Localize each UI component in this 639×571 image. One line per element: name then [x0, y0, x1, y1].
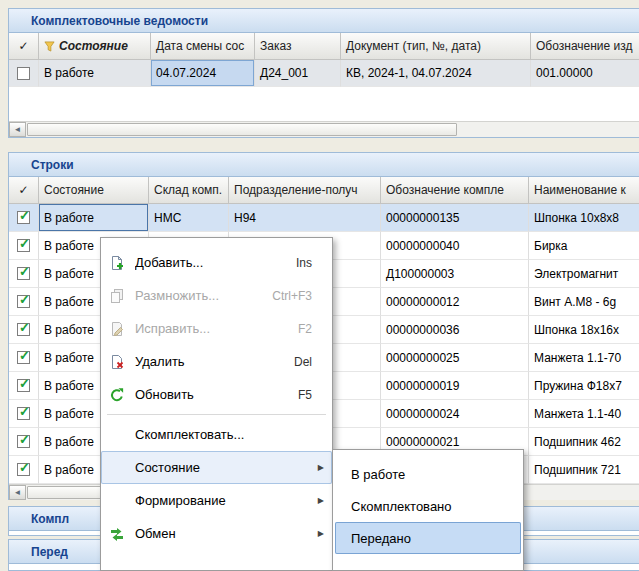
menu-item-state[interactable]: Состояние ▶	[101, 451, 332, 484]
row-checkbox[interactable]	[17, 267, 30, 280]
row-check-cell[interactable]	[9, 316, 39, 344]
cell-name[interactable]: Подшипник 462	[529, 428, 639, 456]
panel-stroki-header[interactable]: Строки	[9, 153, 639, 177]
cell-name[interactable]: Винт А.М8 - 6g	[529, 288, 639, 316]
menu-item-label: Добавить...	[135, 255, 296, 270]
column-header-department[interactable]: Подразделение-получ	[229, 177, 381, 204]
scroll-left-button[interactable]: ◄	[9, 122, 26, 137]
row-checkbox[interactable]	[17, 351, 30, 364]
column-header-order[interactable]: Заказ	[255, 33, 341, 60]
menu-item-shortcut: Ins	[296, 256, 312, 270]
column-header-state[interactable]: Состояние	[39, 177, 149, 204]
row-check-cell[interactable]	[9, 456, 39, 484]
row-checkbox[interactable]	[17, 463, 30, 476]
row-check-cell[interactable]	[9, 60, 39, 87]
menu-item-shortcut: Ctrl+F3	[272, 289, 312, 303]
row-check-cell[interactable]	[9, 204, 39, 232]
cell-name[interactable]: Манжета 1.1-70	[529, 344, 639, 372]
cell-designation[interactable]: 001.00000	[531, 60, 639, 87]
column-header-name[interactable]: Наименование к	[529, 177, 639, 204]
panel-vedomosti-header[interactable]: Комплектовочные ведомости	[9, 9, 639, 33]
menu-item-assemble[interactable]: Скомплектовать...	[101, 418, 332, 451]
submenu-item-assembled[interactable]: Скомплектовано	[333, 490, 523, 522]
row-checkbox[interactable]	[17, 67, 30, 80]
panel-vedomosti: Комплектовочные ведомости ✓ Состояние Да…	[8, 8, 639, 138]
cell-document[interactable]: КВ, 2024-1, 04.07.2024	[341, 60, 531, 87]
table-row[interactable]: В работе НМС Н94 00000000135 Шпонка 10х8…	[9, 204, 639, 232]
row-checkbox[interactable]	[17, 211, 30, 224]
cell-order[interactable]: Д24_001	[255, 60, 341, 87]
refresh-icon	[105, 385, 129, 405]
blank-icon	[105, 425, 129, 445]
submenu-item-transferred[interactable]: Передано	[335, 522, 521, 554]
duplicate-document-icon	[105, 286, 129, 306]
cell-name[interactable]: Подшипник 721	[529, 456, 639, 484]
column-header-check[interactable]: ✓	[9, 177, 39, 204]
menu-item-exchange[interactable]: Обмен ▶	[101, 517, 332, 550]
cell-code[interactable]: 00000000025	[381, 344, 529, 372]
cell-name[interactable]: Шпонка 18х16х	[529, 316, 639, 344]
menu-item-label: Обновить	[135, 387, 298, 402]
cell-code[interactable]: 00000000012	[381, 288, 529, 316]
row-check-cell[interactable]	[9, 232, 39, 260]
menu-item-delete[interactable]: Удалить Del	[101, 345, 332, 378]
row-check-cell[interactable]	[9, 400, 39, 428]
add-document-icon	[105, 253, 129, 273]
row-check-cell[interactable]	[9, 428, 39, 456]
scrollbar-thumb[interactable]	[27, 123, 457, 136]
cell-code[interactable]: 00000000019	[381, 372, 529, 400]
cell-state[interactable]: В работе	[39, 60, 151, 87]
row-check-cell[interactable]	[9, 344, 39, 372]
row-check-cell[interactable]	[9, 372, 39, 400]
app-window: { "colors": { "panel_title": "#17448f", …	[0, 0, 639, 571]
cell-state[interactable]: В работе	[39, 204, 149, 232]
row-checkbox[interactable]	[17, 435, 30, 448]
column-header-warehouse[interactable]: Склад комп.	[149, 177, 229, 204]
row-checkbox[interactable]	[17, 407, 30, 420]
blank-icon	[105, 491, 129, 511]
row-checkbox[interactable]	[17, 379, 30, 392]
column-header-check[interactable]: ✓	[9, 33, 39, 60]
cell-name[interactable]: Бирка	[529, 232, 639, 260]
cell-code[interactable]: 00000000036	[381, 316, 529, 344]
menu-item-label: Состояние	[135, 460, 318, 475]
menu-item-refresh[interactable]: Обновить F5	[101, 378, 332, 411]
cell-code[interactable]: 00000000024	[381, 400, 529, 428]
horizontal-scrollbar[interactable]: ◄	[9, 121, 639, 137]
menu-item-duplicate[interactable]: Размножить... Ctrl+F3	[101, 279, 332, 312]
scroll-left-icon: ◄	[14, 488, 22, 497]
cell-name[interactable]: Электромагнит	[529, 260, 639, 288]
menu-item-label: Обмен	[135, 526, 318, 541]
menu-item-shortcut: Del	[294, 355, 312, 369]
cell-warehouse[interactable]: НМС	[149, 204, 229, 232]
cell-code[interactable]: 00000000135	[381, 204, 529, 232]
row-check-cell[interactable]	[9, 260, 39, 288]
submenu-item-label: Скомплектовано	[351, 499, 452, 514]
column-header-date[interactable]: Дата смены сос	[151, 33, 255, 60]
cell-name[interactable]: Шпонка 10х8х8	[529, 204, 639, 232]
cell-department[interactable]: Н94	[229, 204, 381, 232]
row-checkbox[interactable]	[17, 323, 30, 336]
menu-item-formation[interactable]: Формирование ▶	[101, 484, 332, 517]
cell-date[interactable]: 04.07.2024	[151, 60, 255, 87]
cell-code[interactable]: 00000000040	[381, 232, 529, 260]
menu-item-shortcut: F2	[298, 322, 312, 336]
column-header-designation[interactable]: Обозначение изд	[531, 33, 639, 60]
submenu-item-in-work[interactable]: В работе	[333, 458, 523, 490]
cell-name[interactable]: Манжета 1.1-40	[529, 400, 639, 428]
menu-separator	[107, 414, 326, 415]
cell-name[interactable]: Пружина Ф18х7	[529, 372, 639, 400]
column-header-state[interactable]: Состояние	[39, 33, 151, 60]
column-header-code[interactable]: Обозначение компле	[381, 177, 529, 204]
table-row[interactable]: В работе 04.07.2024 Д24_001 КВ, 2024-1, …	[9, 60, 639, 87]
row-checkbox[interactable]	[17, 239, 30, 252]
row-checkbox[interactable]	[17, 295, 30, 308]
menu-item-edit[interactable]: Исправить... F2	[101, 312, 332, 345]
submenu-arrow-icon: ▶	[318, 496, 324, 505]
scroll-left-button[interactable]: ◄	[9, 485, 26, 500]
cell-code[interactable]: Д100000003	[381, 260, 529, 288]
menu-item-add[interactable]: Добавить... Ins	[101, 246, 332, 279]
delete-document-icon	[105, 352, 129, 372]
column-header-document[interactable]: Документ (тип, №, дата)	[341, 33, 531, 60]
row-check-cell[interactable]	[9, 288, 39, 316]
